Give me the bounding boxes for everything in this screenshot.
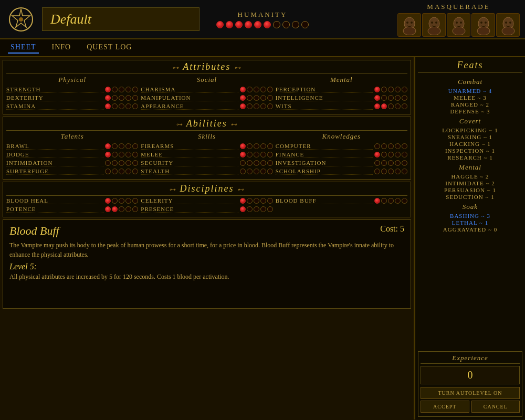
humanity-dot-5[interactable] <box>264 21 271 28</box>
stat-dot-empty[interactable] <box>267 87 273 92</box>
stat-dot-empty[interactable] <box>119 152 124 158</box>
stat-dot-empty[interactable] <box>395 95 401 101</box>
stat-dot-empty[interactable] <box>402 160 407 166</box>
stat-dot-empty[interactable] <box>119 169 124 174</box>
stat-dot-empty[interactable] <box>254 169 259 174</box>
stat-dot-filled[interactable] <box>374 95 380 101</box>
stat-dot-filled[interactable] <box>381 103 387 109</box>
stat-dot-empty[interactable] <box>247 160 253 166</box>
nav-quest-log[interactable]: Quest Log <box>84 42 134 54</box>
stat-dot-empty[interactable] <box>381 160 387 166</box>
stat-dot-empty[interactable] <box>402 152 407 158</box>
stat-dot-filled[interactable] <box>240 198 246 204</box>
stat-dot-empty[interactable] <box>395 160 401 166</box>
stat-dot-empty[interactable] <box>260 206 266 212</box>
stat-dot-empty[interactable] <box>132 95 138 101</box>
stat-dot-empty[interactable] <box>112 198 118 204</box>
stat-dot-empty[interactable] <box>254 103 259 109</box>
humanity-dot-3[interactable] <box>245 21 252 28</box>
stat-dot-empty[interactable] <box>260 160 266 166</box>
stat-dot-empty[interactable] <box>381 87 387 92</box>
character-name[interactable]: Default <box>42 7 200 31</box>
stat-dot-empty[interactable] <box>374 160 380 166</box>
stat-dot-empty[interactable] <box>402 143 407 149</box>
stat-dot-empty[interactable] <box>395 198 401 204</box>
stat-dot-empty[interactable] <box>105 169 111 174</box>
stat-dot-empty[interactable] <box>260 152 266 158</box>
stat-dot-empty[interactable] <box>374 169 380 174</box>
stat-dot-empty[interactable] <box>132 143 138 149</box>
stat-dot-empty[interactable] <box>119 143 124 149</box>
stat-dot-empty[interactable] <box>132 87 138 92</box>
stat-dot-empty[interactable] <box>260 87 266 92</box>
stat-dot-empty[interactable] <box>125 143 131 149</box>
stat-dot-empty[interactable] <box>381 143 387 149</box>
stat-dot-empty[interactable] <box>388 152 394 158</box>
stat-dot-empty[interactable] <box>132 206 138 212</box>
stat-dot-filled[interactable] <box>105 87 111 92</box>
stat-dot-empty[interactable] <box>402 95 407 101</box>
stat-dot-empty[interactable] <box>267 198 273 204</box>
stat-dot-empty[interactable] <box>254 198 259 204</box>
stat-dot-empty[interactable] <box>254 160 259 166</box>
stat-dot-filled[interactable] <box>105 198 111 204</box>
stat-dot-empty[interactable] <box>260 198 266 204</box>
stat-dot-empty[interactable] <box>132 152 138 158</box>
stat-dot-empty[interactable] <box>240 160 246 166</box>
stat-dot-empty[interactable] <box>125 95 131 101</box>
stat-dot-empty[interactable] <box>260 103 266 109</box>
stat-dot-empty[interactable] <box>254 143 259 149</box>
stat-dot-empty[interactable] <box>240 169 246 174</box>
stat-dot-empty[interactable] <box>267 143 273 149</box>
stat-dot-empty[interactable] <box>254 95 259 101</box>
stat-dot-empty[interactable] <box>388 143 394 149</box>
stat-dot-empty[interactable] <box>260 143 266 149</box>
stat-dot-empty[interactable] <box>260 95 266 101</box>
stat-dot-empty[interactable] <box>112 95 118 101</box>
stat-dot-empty[interactable] <box>119 160 124 166</box>
stat-dot-empty[interactable] <box>247 95 253 101</box>
stat-dot-filled[interactable] <box>240 95 246 101</box>
stat-dot-empty[interactable] <box>119 198 124 204</box>
stat-dot-empty[interactable] <box>381 152 387 158</box>
stat-dot-empty[interactable] <box>388 169 394 174</box>
stat-dot-empty[interactable] <box>105 160 111 166</box>
stat-dot-empty[interactable] <box>388 103 394 109</box>
humanity-dot-1[interactable] <box>226 21 233 28</box>
humanity-dot-0[interactable] <box>216 21 224 28</box>
humanity-dot-4[interactable] <box>254 21 261 28</box>
stat-dot-filled[interactable] <box>112 206 118 212</box>
stat-dot-empty[interactable] <box>402 198 407 204</box>
stat-dot-empty[interactable] <box>381 169 387 174</box>
stat-dot-empty[interactable] <box>247 152 253 158</box>
stat-dot-empty[interactable] <box>119 87 124 92</box>
stat-dot-empty[interactable] <box>247 169 253 174</box>
stat-dot-empty[interactable] <box>247 103 253 109</box>
stat-dot-filled[interactable] <box>374 103 380 109</box>
accept-button[interactable]: Accept <box>421 401 469 413</box>
stat-dot-empty[interactable] <box>267 95 273 101</box>
stat-dot-filled[interactable] <box>105 152 111 158</box>
stat-dot-empty[interactable] <box>125 206 131 212</box>
stat-dot-empty[interactable] <box>125 160 131 166</box>
stat-dot-empty[interactable] <box>388 87 394 92</box>
stat-dot-empty[interactable] <box>402 169 407 174</box>
nav-sheet[interactable]: Sheet <box>8 42 39 54</box>
stat-dot-filled[interactable] <box>374 152 380 158</box>
stat-dot-empty[interactable] <box>112 87 118 92</box>
stat-dot-empty[interactable] <box>132 160 138 166</box>
stat-dot-empty[interactable] <box>395 87 401 92</box>
stat-dot-empty[interactable] <box>402 103 407 109</box>
stat-dot-filled[interactable] <box>105 95 111 101</box>
stat-dot-filled[interactable] <box>105 206 111 212</box>
stat-dot-filled[interactable] <box>105 103 111 109</box>
stat-dot-empty[interactable] <box>395 143 401 149</box>
stat-dot-empty[interactable] <box>125 169 131 174</box>
stat-dot-empty[interactable] <box>267 160 273 166</box>
stat-dot-empty[interactable] <box>254 206 259 212</box>
stat-dot-empty[interactable] <box>125 103 131 109</box>
humanity-dot-8[interactable] <box>292 21 299 28</box>
stat-dot-empty[interactable] <box>395 103 401 109</box>
stat-dot-empty[interactable] <box>132 169 138 174</box>
stat-dot-empty[interactable] <box>119 206 124 212</box>
